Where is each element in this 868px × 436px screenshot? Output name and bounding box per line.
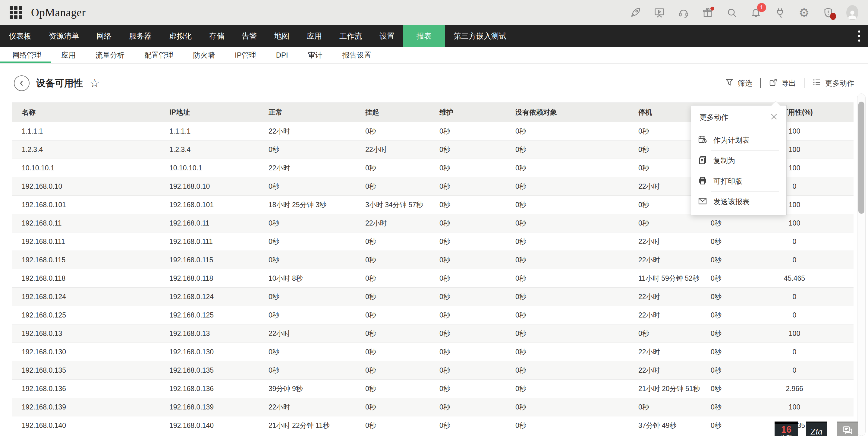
column-header-6[interactable]: 没有依赖对象 <box>506 103 629 122</box>
export-icon <box>769 78 778 89</box>
device-name-cell[interactable]: 192.168.0.118 <box>12 269 160 288</box>
device-name-cell[interactable]: 192.168.0.115 <box>12 251 160 269</box>
favorite-star-icon[interactable]: ☆ <box>90 78 100 89</box>
app-launcher-icon[interactable] <box>10 6 22 19</box>
popup-item-2[interactable]: 复制为 <box>691 150 786 171</box>
sub-nav-item-9[interactable]: 报告设置 <box>333 47 381 63</box>
main-nav-item-3[interactable]: 网络 <box>88 25 120 47</box>
main-nav-item-2[interactable]: 资源清单 <box>40 25 88 47</box>
topbar-icons: 1⚙ <box>629 7 858 19</box>
sub-nav-item-5[interactable]: 防火墙 <box>183 47 225 63</box>
sub-nav-item-7[interactable]: DPI <box>266 47 298 63</box>
table-cell: 22小时 <box>629 232 701 251</box>
security-shield-icon[interactable] <box>822 7 834 19</box>
rocket-icon[interactable] <box>629 7 641 19</box>
column-header-3[interactable]: 正常 <box>259 103 355 122</box>
table-cell: 0秒 <box>506 324 629 343</box>
device-name-cell[interactable]: 192.168.0.111 <box>12 232 160 251</box>
search-icon[interactable] <box>726 7 738 19</box>
notifications-bell-icon[interactable]: 1 <box>750 7 762 19</box>
table-cell: 0秒 <box>629 214 701 232</box>
device-name-cell[interactable]: 192.168.0.10 <box>12 177 160 196</box>
main-nav-item-11[interactable]: 设置 <box>371 25 403 47</box>
page-title: 设备可用性 <box>36 77 83 90</box>
popup-item-1[interactable]: 作为计划表 <box>691 130 786 150</box>
settings-gear-icon[interactable]: ⚙ <box>798 7 810 19</box>
main-nav-item-7[interactable]: 告警 <box>233 25 266 47</box>
chat-icon <box>841 425 854 436</box>
user-avatar[interactable] <box>846 7 858 19</box>
table-cell: 2.966 <box>772 380 854 398</box>
main-nav-item-6[interactable]: 存储 <box>200 25 233 47</box>
main-nav-item-1[interactable]: 仪表板 <box>0 25 40 47</box>
export-button[interactable]: 导出 <box>769 78 796 89</box>
table-cell: 37分钟 49秒 <box>629 416 701 435</box>
device-name-cell[interactable]: 192.168.0.124 <box>12 288 160 306</box>
column-header-4[interactable]: 挂起 <box>355 103 430 122</box>
alarm-count-badge[interactable]: 16 告警 <box>775 422 798 436</box>
support-headset-icon[interactable] <box>678 7 689 19</box>
main-nav-item-13[interactable]: 第三方嵌入测试 <box>445 25 515 47</box>
main-nav-item-10[interactable]: 工作流 <box>331 25 371 47</box>
column-header-1[interactable]: 名称 <box>12 103 160 122</box>
table-cell: 0秒 <box>355 324 430 343</box>
integrations-plug-icon[interactable] <box>774 7 786 19</box>
popup-item-3[interactable]: 可打印版 <box>691 171 786 192</box>
table-cell: 0秒 <box>506 343 629 361</box>
table-cell: 0秒 <box>506 288 629 306</box>
sub-nav-item-2[interactable]: 应用 <box>51 47 86 63</box>
back-button[interactable] <box>14 76 30 91</box>
main-nav-item-9[interactable]: 应用 <box>298 25 331 47</box>
table-row: 192.168.0.135192.168.0.1350秒0秒0秒0秒22小时0秒… <box>12 361 854 380</box>
table-cell: 0秒 <box>259 177 355 196</box>
training-video-icon[interactable] <box>653 7 665 19</box>
chat-feedback-badge[interactable] <box>837 422 858 436</box>
main-nav-item-5[interactable]: 虚拟化 <box>160 25 200 47</box>
device-name-cell[interactable]: 192.168.0.135 <box>12 361 160 380</box>
main-nav-item-8[interactable]: 地图 <box>266 25 298 47</box>
table-cell: 22小时 <box>629 251 701 269</box>
table-cell: 192.168.0.124 <box>160 288 259 306</box>
table-cell: 0秒 <box>506 269 629 288</box>
close-icon[interactable] <box>769 112 779 123</box>
column-header-5[interactable]: 维护 <box>430 103 506 122</box>
nav-overflow-kebab-icon[interactable] <box>850 25 868 47</box>
popup-item-4[interactable]: 发送该报表 <box>691 192 786 212</box>
table-cell: 0秒 <box>506 361 629 380</box>
table-cell: 0秒 <box>430 416 506 435</box>
device-name-cell[interactable]: 10.10.10.1 <box>12 159 160 177</box>
device-name-cell[interactable]: 1.1.1.1 <box>12 122 160 141</box>
whats-new-gift-icon[interactable] <box>702 7 714 19</box>
filter-button[interactable]: 筛选 <box>725 78 752 89</box>
vertical-scrollbar-thumb[interactable] <box>858 101 864 214</box>
table-row: 192.168.0.140192.168.0.14021小时 22分钟 11秒0… <box>12 416 854 435</box>
sub-nav-item-1[interactable]: 网络管理 <box>2 47 51 63</box>
column-header-2[interactable]: IP地址 <box>160 103 259 122</box>
device-name-cell[interactable]: 192.168.0.13 <box>12 324 160 343</box>
sub-nav-item-3[interactable]: 流量分析 <box>86 47 134 63</box>
table-cell: 0秒 <box>259 232 355 251</box>
device-name-cell[interactable]: 192.168.0.125 <box>12 306 160 324</box>
device-name-cell[interactable]: 192.168.0.139 <box>12 398 160 416</box>
zia-assistant-badge[interactable]: Zia <box>806 422 827 436</box>
device-name-cell[interactable]: 192.168.0.11 <box>12 214 160 232</box>
alert-dot <box>830 13 836 20</box>
column-header-7[interactable]: 停机 <box>629 103 701 122</box>
sub-nav-item-6[interactable]: IP管理 <box>225 47 266 63</box>
device-name-cell[interactable]: 192.168.0.136 <box>12 380 160 398</box>
device-name-cell[interactable]: 192.168.0.140 <box>12 416 160 435</box>
vertical-scrollbar-track[interactable] <box>857 93 866 436</box>
sub-nav-item-8[interactable]: 审计 <box>298 47 333 63</box>
table-cell: 0 <box>772 251 854 269</box>
device-name-cell[interactable]: 1.2.3.4 <box>12 141 160 159</box>
sub-nav-item-4[interactable]: 配置管理 <box>134 47 183 63</box>
table-cell: 0秒 <box>701 343 772 361</box>
sub-nav: 网络管理应用流量分析配置管理防火墙IP管理DPI审计报告设置 <box>0 47 868 64</box>
main-nav-item-4[interactable]: 服务器 <box>120 25 160 47</box>
more-actions-button[interactable]: 更多动作 <box>812 78 854 89</box>
main-nav-item-12[interactable]: 报表 <box>403 25 445 47</box>
table-cell: 21小时 20分钟 51秒 <box>629 380 701 398</box>
table-cell: 192.168.0.136 <box>160 380 259 398</box>
device-name-cell[interactable]: 192.168.0.101 <box>12 196 160 214</box>
device-name-cell[interactable]: 192.168.0.130 <box>12 343 160 361</box>
